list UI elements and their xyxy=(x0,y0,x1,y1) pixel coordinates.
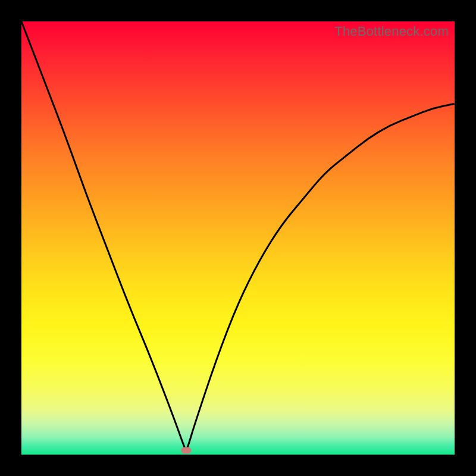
plot-area: TheBottleneck.com xyxy=(21,21,455,455)
bottleneck-curve xyxy=(21,21,455,455)
minimum-marker xyxy=(181,447,191,453)
chart-frame: TheBottleneck.com xyxy=(0,0,476,476)
curve-path xyxy=(21,21,455,449)
